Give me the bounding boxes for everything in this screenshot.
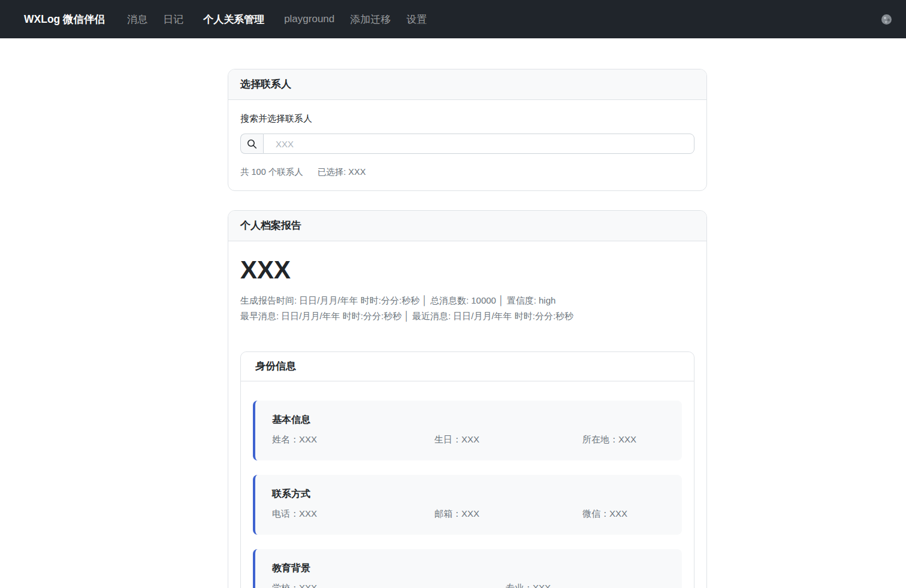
nav-item-settings[interactable]: 设置 xyxy=(406,13,427,26)
report-meta-line-2: 最早消息: 日日/月月/年年 时时:分分:秒秒 │ 最近消息: 日日/月月/年年… xyxy=(240,308,694,324)
info-grid: 电话：XXX 邮箱：XXX 微信：XXX xyxy=(272,507,670,520)
info-group-contact: 联系方式 电话：XXX 邮箱：XXX 微信：XXX xyxy=(253,475,682,535)
nav-item-diary[interactable]: 日记 xyxy=(163,13,183,26)
contact-card-body: 搜索并选择联系人 共 100 个联系人 已选择: XXX xyxy=(228,100,706,190)
report-meta-line-1: 生成报告时间: 日日/月月/年年 时时:分分:秒秒 │ 总消息数: 10000 … xyxy=(240,293,694,308)
field-school: 学校：XXX xyxy=(272,581,506,588)
search-icon-box xyxy=(240,134,263,154)
nav-menu: 消息 日记 个人关系管理 playground 添加迁移 设置 xyxy=(127,13,427,26)
identity-info-body: 基本信息 姓名：XXX 生日：XXX 所在地：XXX 联系方式 电话：XXX 邮… xyxy=(241,381,694,588)
info-group-title: 联系方式 xyxy=(272,488,670,500)
user-avatar[interactable] xyxy=(881,14,892,25)
top-navbar: WXLog 微信伴侣 消息 日记 个人关系管理 playground 添加迁移 … xyxy=(0,0,906,38)
main-content: 选择联系人 搜索并选择联系人 共 100 个联系人 已选择: XXX 个人档案 xyxy=(228,38,707,588)
identity-info-card: 身份信息 基本信息 姓名：XXX 生日：XXX 所在地：XXX 联系方式 xyxy=(240,351,694,588)
profile-report-card: 个人档案报告 XXX 生成报告时间: 日日/月月/年年 时时:分分:秒秒 │ 总… xyxy=(228,210,707,588)
app-brand[interactable]: WXLog 微信伴侣 xyxy=(24,12,105,26)
identity-info-title: 身份信息 xyxy=(241,352,694,381)
contact-search-group xyxy=(240,134,694,154)
field-location: 所在地：XXX xyxy=(582,433,670,446)
info-grid: 学校：XXX 专业：XXX xyxy=(272,581,670,588)
info-group-education: 教育背景 学校：XXX 专业：XXX xyxy=(253,549,682,588)
search-label: 搜索并选择联系人 xyxy=(240,112,694,125)
field-email: 邮箱：XXX xyxy=(434,507,582,520)
info-group-title: 教育背景 xyxy=(272,562,670,574)
selected-count: 已选择: XXX xyxy=(318,166,366,178)
field-wechat: 微信：XXX xyxy=(582,507,670,520)
field-phone: 电话：XXX xyxy=(272,507,434,520)
nav-item-playground[interactable]: playground xyxy=(284,13,334,25)
info-grid: 姓名：XXX 生日：XXX 所在地：XXX xyxy=(272,433,670,446)
report-card-body: XXX 生成报告时间: 日日/月月/年年 时时:分分:秒秒 │ 总消息数: 10… xyxy=(228,241,706,588)
field-name: 姓名：XXX xyxy=(272,433,434,446)
report-card-header: 个人档案报告 xyxy=(228,211,706,241)
info-group-title: 基本信息 xyxy=(272,414,670,426)
field-birthday: 生日：XXX xyxy=(434,433,582,446)
info-group-basic: 基本信息 姓名：XXX 生日：XXX 所在地：XXX xyxy=(253,401,682,460)
report-name: XXX xyxy=(240,256,694,284)
contact-card-header: 选择联系人 xyxy=(228,69,706,100)
search-input[interactable] xyxy=(263,134,694,154)
nav-item-relationship-management[interactable]: 个人关系管理 xyxy=(199,13,268,26)
field-major: 专业：XXX xyxy=(506,581,670,588)
nav-item-messages[interactable]: 消息 xyxy=(127,13,147,26)
contact-count: 共 100 个联系人 xyxy=(240,166,303,178)
contact-card-title: 选择联系人 xyxy=(240,78,291,90)
report-card-title: 个人档案报告 xyxy=(240,220,301,231)
contact-select-card: 选择联系人 搜索并选择联系人 共 100 个联系人 已选择: XXX xyxy=(228,69,707,191)
contact-stats: 共 100 个联系人 已选择: XXX xyxy=(240,166,694,178)
search-icon xyxy=(247,139,257,149)
nav-item-add-migration[interactable]: 添加迁移 xyxy=(350,13,391,26)
